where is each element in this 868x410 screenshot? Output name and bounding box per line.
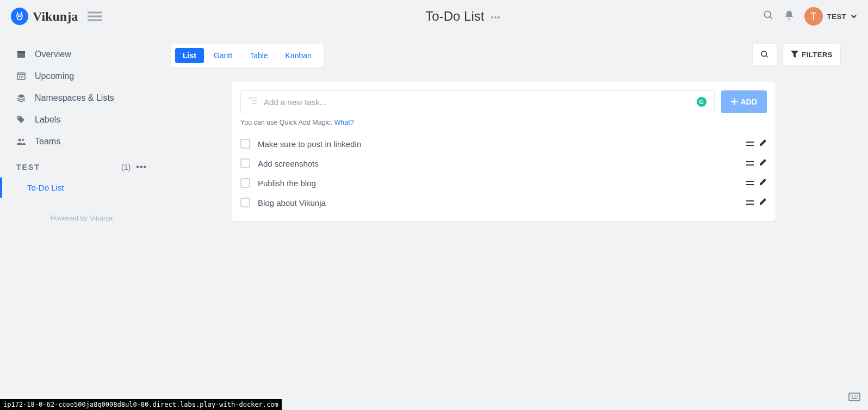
add-task-button[interactable]: ADD (721, 90, 767, 113)
sidebar-item-labels[interactable]: Labels (0, 109, 163, 131)
powered-by: Powered by Vikunja (0, 214, 163, 222)
svg-point-1 (20, 16, 21, 16)
task-title: Add screenshots (258, 159, 319, 168)
svg-rect-11 (17, 51, 25, 53)
user-menu[interactable]: T TEST (804, 7, 857, 26)
task-row[interactable]: Blog about Vikunja (240, 193, 767, 212)
svg-point-8 (764, 11, 771, 18)
sidebar-item-overview[interactable]: Overview (0, 44, 163, 65)
search-icon[interactable] (763, 10, 774, 23)
task-title: Blog about Vikunja (258, 198, 326, 207)
search-button[interactable] (752, 44, 777, 65)
sidebar-list-todo[interactable]: To-Do List (0, 178, 163, 198)
task-checkbox[interactable] (240, 178, 250, 188)
status-bar-url: ip172-18-0-62-ccoo500ja8q0008d8ul0-80.di… (0, 399, 282, 410)
filters-button[interactable]: FILTERS (783, 44, 841, 65)
edit-icon[interactable] (759, 139, 767, 149)
svg-point-5 (491, 16, 493, 19)
svg-point-21 (18, 117, 20, 118)
sidebar-item-label: Namespaces & Lists (35, 93, 114, 103)
sidebar-item-namespaces[interactable]: Namespaces & Lists (0, 87, 163, 109)
svg-line-25 (766, 56, 767, 57)
avatar: T (804, 7, 823, 26)
namespace-options-icon[interactable]: ••• (136, 162, 147, 172)
grammarly-icon[interactable]: G (697, 97, 706, 107)
sidebar-item-label: Labels (35, 115, 60, 125)
add-task-input-wrap: G (240, 90, 715, 113)
task-title: Publish the blog (258, 179, 316, 188)
task-checkbox[interactable] (240, 158, 250, 168)
chevron-down-icon (851, 13, 857, 20)
svg-point-6 (494, 16, 497, 19)
list-options-icon[interactable] (491, 11, 500, 21)
sidebar-item-upcoming[interactable]: Upcoming (0, 65, 163, 87)
namespace-header[interactable]: TEST (1) ••• (0, 152, 163, 178)
svg-point-22 (18, 139, 21, 142)
sidebar: Overview Upcoming Namespaces & Lists Lab… (0, 33, 163, 410)
edit-icon[interactable] (759, 158, 767, 168)
task-row[interactable]: Add screenshots (240, 154, 767, 173)
task-row[interactable]: Make sure to post in linkedin (240, 134, 767, 154)
page-title: To-Do List (425, 9, 484, 24)
task-card: G ADD You can use Quick Add Magic. What?… (232, 82, 776, 221)
checklist-icon (249, 96, 257, 107)
svg-point-17 (21, 76, 22, 77)
logo-icon (11, 8, 28, 25)
task-checkbox[interactable] (240, 198, 250, 207)
search-icon (760, 50, 769, 59)
drag-handle-icon[interactable] (746, 139, 754, 149)
drag-handle-icon[interactable] (746, 178, 754, 188)
sidebar-item-teams[interactable]: Teams (0, 131, 163, 152)
tags-icon (16, 115, 26, 124)
calendar-icon (16, 50, 26, 59)
keyboard-shortcuts-icon[interactable] (848, 393, 860, 403)
layers-icon (16, 94, 26, 102)
svg-point-7 (498, 16, 500, 19)
menu-toggle-icon[interactable] (88, 11, 102, 22)
filter-icon (791, 51, 798, 58)
add-task-input[interactable] (264, 97, 690, 107)
svg-point-19 (19, 77, 20, 78)
notifications-icon[interactable] (784, 10, 795, 23)
app-name: Vikunja (33, 9, 78, 24)
svg-point-23 (22, 139, 24, 141)
tab-list[interactable]: List (175, 48, 204, 63)
quick-add-what-link[interactable]: What? (334, 119, 354, 126)
task-title: Make sure to post in linkedin (258, 139, 361, 149)
calendar-alt-icon (16, 72, 26, 81)
user-name: TEST (827, 13, 846, 21)
sidebar-list-label: To-Do List (27, 183, 64, 192)
view-tabs: List Gantt Table Kanban (171, 44, 324, 68)
svg-line-9 (770, 17, 772, 19)
sidebar-item-label: Overview (35, 50, 71, 59)
edit-icon[interactable] (759, 178, 767, 188)
plus-icon (731, 99, 737, 105)
tab-kanban[interactable]: Kanban (278, 48, 319, 63)
tab-gantt[interactable]: Gantt (206, 48, 240, 63)
drag-handle-icon[interactable] (746, 158, 754, 168)
namespace-name: TEST (16, 163, 40, 172)
task-checkbox[interactable] (240, 139, 250, 149)
svg-point-16 (19, 76, 20, 77)
svg-point-24 (761, 51, 766, 56)
tab-table[interactable]: Table (242, 48, 275, 63)
drag-handle-icon[interactable] (746, 198, 754, 207)
sidebar-item-label: Teams (35, 137, 60, 146)
sidebar-item-label: Upcoming (35, 71, 74, 81)
task-row[interactable]: Publish the blog (240, 173, 767, 193)
add-button-label: ADD (741, 97, 757, 106)
svg-point-20 (21, 77, 22, 78)
quick-add-hint: You can use Quick Add Magic. What? (240, 119, 767, 126)
edit-icon[interactable] (759, 198, 767, 207)
namespace-count: (1) (121, 163, 131, 172)
svg-point-18 (22, 76, 23, 77)
filters-label: FILTERS (802, 51, 833, 59)
svg-point-0 (18, 16, 19, 16)
logo[interactable]: Vikunja (11, 8, 78, 25)
users-icon (16, 137, 26, 146)
